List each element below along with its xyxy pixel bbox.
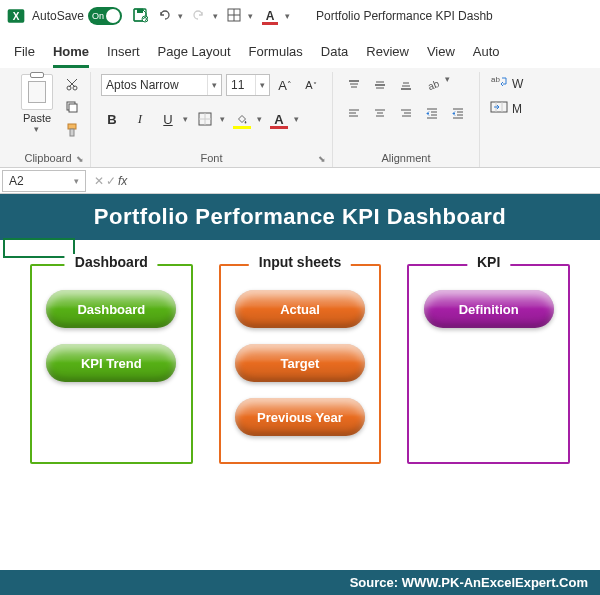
panel-dashboard: Dashboard Dashboard KPI Trend [30, 264, 193, 464]
quick-access-toolbar: ▾ ▾ ▾ A▾ [132, 7, 290, 26]
nav-button-target[interactable]: Target [235, 344, 365, 382]
source-footer: Source: WWW.PK-AnExcelExpert.Com [0, 570, 600, 595]
toggle-switch-icon: On [88, 7, 122, 25]
tab-data[interactable]: Data [321, 44, 348, 68]
group-font: Aptos Narrow ▾ 11 ▾ A˄ A˅ B I U▾ ▾ ▾ A▾ … [91, 72, 333, 167]
undo-dropdown-icon[interactable]: ▾ [178, 11, 183, 21]
paste-label: Paste [23, 112, 51, 124]
nav-button-definition[interactable]: Definition [424, 290, 554, 328]
autosave-label: AutoSave [32, 9, 84, 23]
panel-title: Dashboard [65, 254, 158, 270]
group-alignment: ab▾ Alignment [333, 72, 480, 167]
formula-input[interactable] [133, 170, 600, 192]
decrease-font-icon[interactable]: A˅ [300, 74, 322, 96]
paste-dropdown-icon[interactable]: ▾ [34, 124, 39, 134]
group-clipboard: Paste ▾ Clipboard⬊ [6, 72, 91, 167]
paste-button[interactable] [21, 74, 53, 110]
title-bar: X AutoSave On ▾ ▾ ▾ A▾ Portfolio Perform… [0, 0, 600, 32]
borders-icon[interactable] [226, 7, 242, 26]
dashboard-title: Portfolio Performance KPI Dashboard [0, 194, 600, 240]
ribbon-tabs: File Home Insert Page Layout Formulas Da… [0, 32, 600, 68]
panel-kpi: KPI Definition [407, 264, 570, 464]
svg-text:X: X [13, 11, 20, 22]
align-left-icon[interactable] [343, 102, 365, 124]
autosave-toggle[interactable]: AutoSave On [32, 7, 122, 25]
save-icon[interactable] [132, 7, 148, 26]
chevron-down-icon: ▾ [255, 75, 269, 95]
worksheet-area[interactable]: Portfolio Performance KPI Dashboard Dash… [0, 194, 600, 595]
nav-button-actual[interactable]: Actual [235, 290, 365, 328]
redo-icon[interactable] [191, 7, 207, 26]
panel-title: KPI [467, 254, 510, 270]
undo-icon[interactable] [156, 7, 172, 26]
increase-font-icon[interactable]: A˄ [274, 74, 296, 96]
clipboard-group-label: Clipboard⬊ [16, 152, 80, 167]
panel-input-sheets: Input sheets Actual Target Previous Year [219, 264, 382, 464]
align-center-icon[interactable] [369, 102, 391, 124]
ribbon: Paste ▾ Clipboard⬊ Aptos Narrow ▾ 11 ▾ [0, 68, 600, 168]
name-box[interactable]: A2▾ [2, 170, 86, 192]
increase-indent-icon[interactable] [447, 102, 469, 124]
font-name-combo[interactable]: Aptos Narrow ▾ [101, 74, 222, 96]
merge-icon[interactable] [490, 99, 508, 118]
chevron-down-icon: ▾ [207, 75, 221, 95]
panel-title: Input sheets [249, 254, 351, 270]
align-bottom-icon[interactable] [395, 74, 417, 96]
svg-rect-13 [69, 104, 77, 112]
svg-rect-15 [70, 129, 74, 136]
svg-text:ab: ab [427, 78, 439, 92]
tab-formulas[interactable]: Formulas [249, 44, 303, 68]
underline-button[interactable]: U [157, 108, 179, 130]
dialog-launcher-icon[interactable]: ⬊ [318, 154, 326, 164]
cancel-fx-icon[interactable]: ✕ [94, 174, 104, 188]
excel-logo-icon: X [6, 6, 26, 26]
italic-button[interactable]: I [129, 108, 151, 130]
wrap-text-icon[interactable]: ab [490, 74, 508, 93]
orientation-icon[interactable]: ab [421, 74, 443, 96]
copy-icon[interactable] [64, 99, 80, 118]
bold-button[interactable]: B [101, 108, 123, 130]
font-size-combo[interactable]: 11 ▾ [226, 74, 270, 96]
font-color-button[interactable]: A [268, 108, 290, 130]
formula-bar: A2▾ ✕ ✓ fx [0, 168, 600, 194]
redo-dropdown-icon[interactable]: ▾ [213, 11, 218, 21]
dialog-launcher-icon[interactable]: ⬊ [76, 154, 84, 164]
tab-file[interactable]: File [14, 44, 35, 68]
dashboard-panels: Dashboard Dashboard KPI Trend Input shee… [0, 240, 600, 476]
cut-icon[interactable] [64, 76, 80, 95]
group-wrap: abW M [480, 72, 533, 167]
tab-home[interactable]: Home [53, 44, 89, 68]
nav-button-kpi-trend[interactable]: KPI Trend [46, 344, 176, 382]
format-painter-icon[interactable] [64, 122, 80, 141]
alignment-group-label: Alignment [343, 152, 469, 167]
font-color-qat-icon[interactable]: A [261, 7, 279, 25]
align-middle-icon[interactable] [369, 74, 391, 96]
tab-automate[interactable]: Auto [473, 44, 500, 68]
fx-icon[interactable]: fx [118, 174, 127, 188]
tab-view[interactable]: View [427, 44, 455, 68]
tab-page-layout[interactable]: Page Layout [158, 44, 231, 68]
enter-fx-icon[interactable]: ✓ [106, 174, 116, 188]
fill-color-button[interactable] [231, 108, 253, 130]
tab-review[interactable]: Review [366, 44, 409, 68]
decrease-indent-icon[interactable] [421, 102, 443, 124]
nav-button-previous-year[interactable]: Previous Year [235, 398, 365, 436]
svg-point-4 [142, 16, 148, 22]
tab-insert[interactable]: Insert [107, 44, 140, 68]
chevron-down-icon: ▾ [74, 176, 79, 186]
nav-button-dashboard[interactable]: Dashboard [46, 290, 176, 328]
svg-rect-3 [137, 9, 143, 13]
borders-button[interactable] [194, 108, 216, 130]
window-title: Portfolio Performance KPI Dashb [316, 9, 493, 23]
svg-rect-14 [68, 124, 76, 129]
font-group-label: Font⬊ [101, 152, 322, 167]
align-right-icon[interactable] [395, 102, 417, 124]
align-top-icon[interactable] [343, 74, 365, 96]
svg-text:ab: ab [491, 75, 500, 84]
